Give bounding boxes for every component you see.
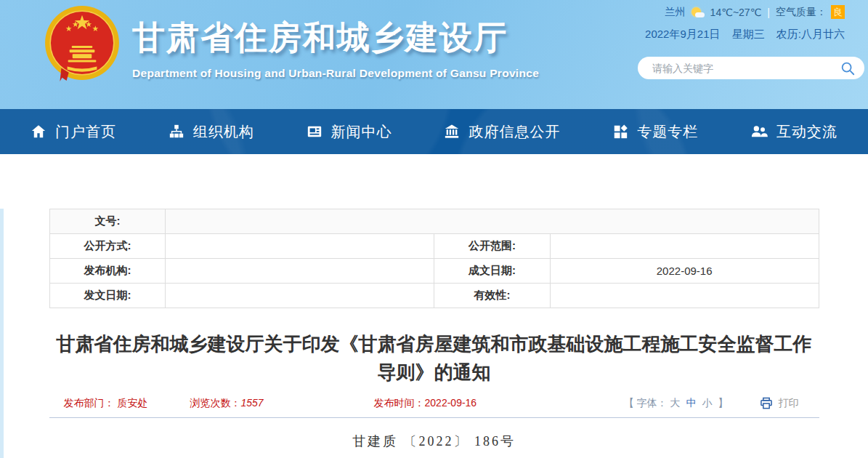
site-subtitle-en: Department of Housing and Urban-Rural De… bbox=[132, 67, 539, 80]
content-divider bbox=[49, 417, 819, 418]
open-method-value bbox=[166, 234, 434, 259]
font-size-medium-button[interactable]: 中 bbox=[686, 397, 697, 409]
publish-dept: 发布部门： 质安处 bbox=[64, 397, 148, 410]
doc-number-value bbox=[166, 209, 819, 234]
org-chart-icon bbox=[169, 124, 184, 140]
open-scope-label: 公开范围: bbox=[434, 234, 550, 259]
open-method-label: 公开方式: bbox=[49, 234, 166, 259]
weather-temperature: 14℃~27℃ bbox=[710, 7, 762, 18]
written-date-label: 成文日期: bbox=[434, 259, 550, 284]
nav-item-label: 政府信息公开 bbox=[469, 122, 560, 142]
font-size-large-button[interactable]: 大 bbox=[670, 397, 681, 409]
nav-item-gov-info[interactable]: 政府信息公开 bbox=[444, 122, 560, 142]
weekday-text: 星期三 bbox=[732, 28, 765, 40]
national-emblem-logo bbox=[42, 4, 122, 84]
issue-date-value bbox=[166, 284, 434, 308]
table-row: 公开方式: 公开范围: bbox=[49, 234, 819, 259]
print-button[interactable]: 打印 bbox=[759, 396, 799, 411]
written-date-value: 2022-09-16 bbox=[550, 259, 819, 284]
weather-bar: 兰州 14℃~27℃ | 空气质量： 良 bbox=[665, 5, 845, 19]
nav-item-label: 专题专栏 bbox=[637, 122, 698, 142]
sun-icon bbox=[690, 7, 705, 17]
weather-city: 兰州 bbox=[665, 6, 686, 19]
open-scope-value bbox=[550, 234, 819, 259]
validity-label: 有效性: bbox=[434, 284, 550, 308]
nav-item-label: 组织机构 bbox=[193, 122, 254, 142]
date-text: 2022年9月21日 bbox=[645, 28, 720, 40]
nav-item-organization[interactable]: 组织机构 bbox=[169, 122, 254, 142]
left-edge-strip bbox=[0, 209, 4, 458]
publish-org-label: 发布机构: bbox=[49, 259, 166, 284]
table-row: 发布机构: 成文日期: 2022-09-16 bbox=[49, 259, 819, 284]
main-nav: 门户首页 组织机构 新闻中心 政府信息公开 bbox=[0, 109, 868, 154]
search-input[interactable] bbox=[652, 63, 840, 74]
nav-item-topics[interactable]: 专题专栏 bbox=[612, 122, 698, 142]
document-reference-number: 甘建质 〔2022〕 186号 bbox=[49, 433, 819, 450]
gov-building-icon bbox=[444, 124, 460, 140]
font-size-small-button[interactable]: 小 bbox=[702, 397, 713, 409]
site-title: 甘肃省住房和城乡建设厅 bbox=[132, 16, 539, 60]
article-title: 甘肃省住房和城乡建设厅关于印发《甘肃省房屋建筑和市政基础设施工程施工安全监督工作… bbox=[49, 330, 819, 387]
brand: 甘肃省住房和城乡建设厅 Department of Housing and Ur… bbox=[132, 16, 539, 80]
article-meta-bar: 发布部门： 质安处 浏览次数：1557 发布时间：2022-09-16 【 字体… bbox=[49, 396, 819, 411]
page-body: 文号: 公开方式: 公开范围: 发布机构: 成文日期: 2022-09-16 发… bbox=[0, 209, 868, 458]
printer-icon bbox=[759, 396, 774, 411]
nav-item-home[interactable]: 门户首页 bbox=[31, 122, 116, 142]
nav-item-label: 互动交流 bbox=[776, 122, 837, 142]
search-box[interactable] bbox=[638, 57, 864, 79]
print-label: 打印 bbox=[779, 397, 799, 410]
home-icon bbox=[31, 124, 46, 140]
nav-item-interaction[interactable]: 互动交流 bbox=[750, 122, 837, 142]
people-icon bbox=[750, 124, 768, 140]
publish-time: 发布时间：2022-09-16 bbox=[374, 397, 477, 410]
search-icon[interactable] bbox=[840, 60, 856, 76]
air-quality-badge: 良 bbox=[831, 5, 845, 19]
table-row: 发文日期: 有效性: bbox=[49, 284, 819, 308]
issue-date-label: 发文日期: bbox=[49, 284, 166, 308]
weather-separator: | bbox=[767, 7, 770, 18]
publish-dept-value: 质安处 bbox=[117, 397, 147, 409]
topics-grid-icon bbox=[612, 124, 628, 140]
publish-time-value: 2022-09-16 bbox=[425, 397, 477, 409]
table-row: 文号: bbox=[49, 209, 819, 234]
publish-org-value bbox=[166, 259, 434, 284]
view-count: 浏览次数：1557 bbox=[190, 397, 263, 410]
nav-item-news[interactable]: 新闻中心 bbox=[307, 122, 392, 142]
validity-value bbox=[550, 284, 819, 308]
date-bar: 2022年9月21日 星期三 农历:八月廿六 bbox=[645, 28, 845, 41]
view-count-value: 1557 bbox=[240, 397, 263, 409]
air-quality-label: 空气质量： bbox=[776, 6, 827, 19]
document-info-table: 文号: 公开方式: 公开范围: 发布机构: 成文日期: 2022-09-16 发… bbox=[49, 209, 819, 308]
doc-number-label: 文号: bbox=[49, 209, 166, 234]
header-right: 兰州 14℃~27℃ | 空气质量： 良 2022年9月21日 星期三 农历:八… bbox=[628, 0, 868, 109]
nav-item-label: 新闻中心 bbox=[331, 122, 392, 142]
nav-item-label: 门户首页 bbox=[55, 122, 116, 142]
news-icon bbox=[307, 124, 323, 140]
lunar-date-text: 农历:八月廿六 bbox=[776, 28, 845, 40]
site-header: 甘肃省住房和城乡建设厅 Department of Housing and Ur… bbox=[0, 0, 868, 109]
font-size-tool: 【 字体：大中小 】 bbox=[624, 397, 729, 410]
